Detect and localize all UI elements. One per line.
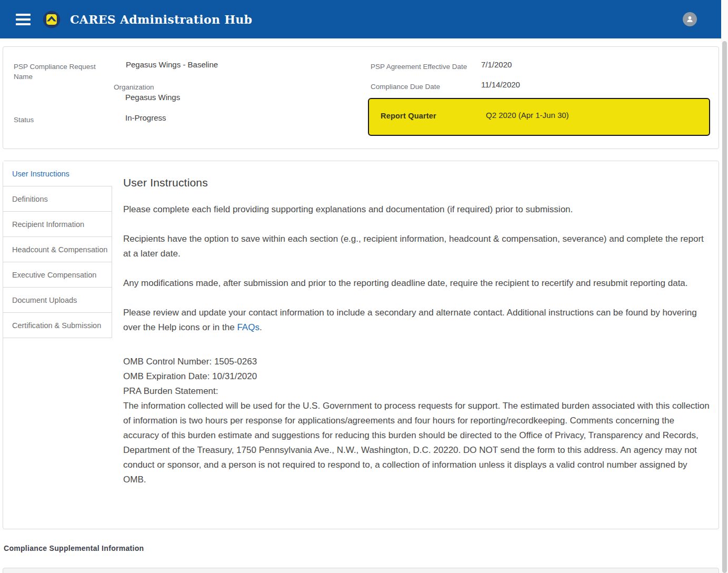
page: CARES Administration Hub PSP Compliance … — [0, 0, 728, 573]
compliance-summary-panel: PSP Compliance Request Name Pegasus Wing… — [3, 46, 719, 149]
report-quarter-box: Report Quarter Q2 2020 (Apr 1-Jun 30) — [368, 98, 710, 136]
organization-value: Pegasus Wings — [125, 93, 180, 102]
instruction-paragraph-4-period: . — [260, 322, 262, 332]
status-value: In-Progress — [125, 113, 166, 122]
tab-user-instructions[interactable]: User Instructions — [3, 161, 112, 186]
page-scrollbar[interactable] — [721, 0, 728, 573]
due-date-value: 11/14/2020 — [481, 80, 520, 89]
instruction-paragraph-3: Any modifications made, after submission… — [123, 276, 710, 291]
compliance-supplemental-panel — [3, 568, 719, 573]
effective-date-value: 7/1/2020 — [481, 60, 512, 69]
tab-headcount-compensation[interactable]: Headcount & Compensation — [3, 237, 112, 262]
effective-date-label: PSP Agreement Effective Date — [371, 62, 467, 72]
tab-content: User Instructions Please complete each f… — [123, 161, 710, 529]
scrollbar-thumb[interactable] — [722, 41, 727, 573]
omb-pra-block: OMB Control Number: 1505-0263 OMB Expira… — [123, 354, 710, 487]
tab-definitions[interactable]: Definitions — [3, 186, 112, 212]
report-quarter-label: Report Quarter — [381, 112, 436, 120]
instruction-paragraph-4-text: Please review and update your contact in… — [123, 308, 697, 332]
tab-executive-compensation[interactable]: Executive Compensation — [3, 262, 112, 288]
status-label: Status — [14, 115, 34, 125]
tab-certification-submission[interactable]: Certification & Submission — [3, 313, 112, 338]
pra-burden-text: The information collected will be used f… — [123, 401, 710, 485]
omb-expiration-date: OMB Expiration Date: 10/31/2020 — [123, 371, 257, 381]
pra-burden-label: PRA Burden Statement: — [123, 386, 218, 396]
app-header: CARES Administration Hub — [0, 0, 721, 38]
instruction-paragraph-2: Recipients have the option to save withi… — [123, 232, 710, 261]
menu-icon[interactable] — [16, 14, 31, 25]
report-quarter-value: Q2 2020 (Apr 1-Jun 30) — [486, 111, 569, 120]
psp-request-name-value: Pegasus Wings - Baseline — [126, 60, 218, 69]
psp-request-name-label: PSP Compliance Request Name — [14, 62, 98, 82]
compliance-supplemental-heading: Compliance Supplemental Information — [4, 544, 144, 552]
report-form-panel: User Instructions Definitions Recipient … — [3, 161, 719, 529]
tab-document-uploads[interactable]: Document Uploads — [3, 288, 112, 313]
cares-logo-icon — [42, 10, 61, 29]
instruction-paragraph-1: Please complete each field providing sup… — [123, 202, 710, 217]
due-date-label: Compliance Due Date — [371, 82, 440, 92]
instruction-paragraph-4: Please review and update your contact in… — [123, 305, 710, 335]
section-tabs: User Instructions Definitions Recipient … — [3, 161, 112, 338]
faqs-link[interactable]: FAQs — [237, 322, 260, 332]
organization-label: Organization — [114, 82, 154, 92]
user-avatar-icon[interactable] — [683, 12, 697, 26]
app-title: CARES Administration Hub — [70, 13, 252, 26]
omb-control-number: OMB Control Number: 1505-0263 — [123, 357, 257, 367]
tab-recipient-information[interactable]: Recipient Information — [3, 212, 112, 237]
page-title: User Instructions — [123, 176, 710, 189]
